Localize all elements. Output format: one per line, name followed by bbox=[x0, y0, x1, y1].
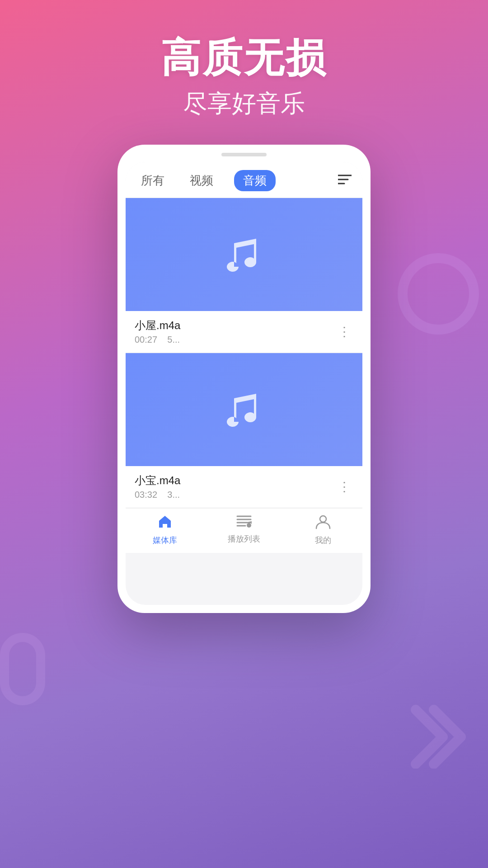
media-name-1: 小屋.m4a bbox=[135, 318, 334, 333]
svg-rect-0 bbox=[5, 637, 41, 701]
media-info-2: 小宝.m4a 03:32 3... ⋮ bbox=[126, 466, 362, 507]
home-icon bbox=[157, 514, 173, 533]
media-meta-1: 00:27 5... bbox=[135, 335, 334, 345]
tab-bar: 所有 视频 音频 bbox=[126, 162, 362, 198]
nav-playlist-label: 播放列表 bbox=[228, 533, 260, 544]
hero-section: 高质无损 尽享好音乐 bbox=[0, 36, 488, 120]
media-meta-2: 03:32 3... bbox=[135, 490, 334, 500]
bg-left-decoration bbox=[0, 628, 54, 710]
bg-chevron-decoration bbox=[402, 696, 474, 769]
list-item: 小宝.m4a 03:32 3... ⋮ bbox=[126, 353, 362, 507]
music-note-icon-1 bbox=[226, 234, 262, 275]
nav-playlist[interactable]: 播放列表 bbox=[205, 514, 284, 546]
media-more-button-2[interactable]: ⋮ bbox=[334, 476, 353, 498]
nav-library-label: 媒体库 bbox=[153, 535, 177, 546]
phone-outer: 所有 视频 音频 bbox=[117, 145, 371, 613]
svg-point-9 bbox=[320, 516, 326, 522]
media-details-1: 小屋.m4a 00:27 5... bbox=[135, 318, 334, 345]
media-info-1: 小屋.m4a 00:27 5... ⋮ bbox=[126, 311, 362, 352]
media-thumbnail-1[interactable] bbox=[126, 198, 362, 311]
phone-screen: 所有 视频 音频 bbox=[126, 162, 362, 605]
hero-subtitle: 尽享好音乐 bbox=[0, 87, 488, 120]
tab-audio[interactable]: 音频 bbox=[234, 170, 276, 191]
media-name-2: 小宝.m4a bbox=[135, 473, 334, 488]
nav-library[interactable]: 媒体库 bbox=[126, 514, 205, 546]
user-icon bbox=[315, 514, 331, 533]
tab-video[interactable]: 视频 bbox=[185, 170, 218, 191]
media-more-button-1[interactable]: ⋮ bbox=[334, 321, 353, 343]
media-list: 小屋.m4a 00:27 5... ⋮ bbox=[126, 198, 362, 507]
phone-notch bbox=[221, 153, 267, 156]
nav-mine[interactable]: 我的 bbox=[283, 514, 362, 546]
sort-icon[interactable] bbox=[338, 174, 352, 188]
music-note-icon-2 bbox=[226, 389, 262, 430]
media-details-2: 小宝.m4a 03:32 3... bbox=[135, 473, 334, 500]
tab-all[interactable]: 所有 bbox=[136, 170, 169, 191]
phone-mockup: 所有 视频 音频 bbox=[117, 145, 371, 613]
bg-circle-decoration bbox=[398, 253, 479, 335]
hero-title: 高质无损 bbox=[0, 36, 488, 80]
list-item: 小屋.m4a 00:27 5... ⋮ bbox=[126, 198, 362, 352]
list-icon bbox=[236, 514, 252, 532]
nav-mine-label: 我的 bbox=[315, 535, 331, 546]
media-thumbnail-2[interactable] bbox=[126, 353, 362, 466]
bottom-nav: 媒体库 播放列表 bbox=[126, 508, 362, 553]
